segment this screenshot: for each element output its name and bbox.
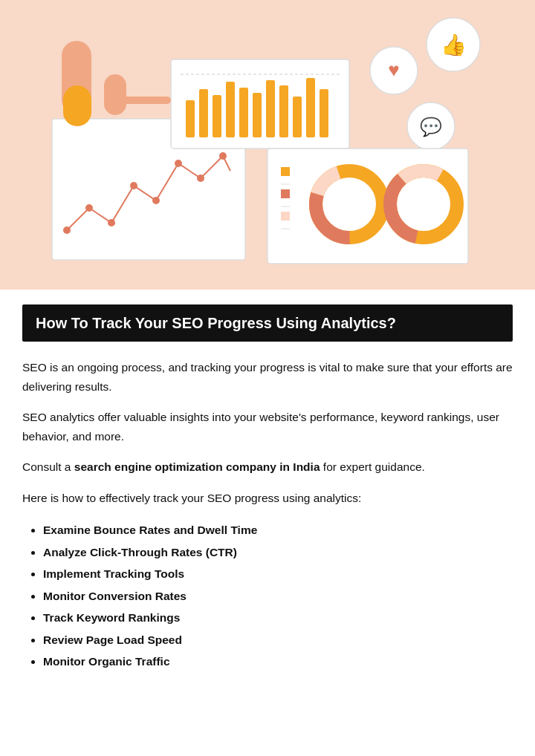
svg-text:♥: ♥ — [388, 59, 399, 81]
svg-point-47 — [401, 182, 446, 227]
title-banner: How To Track Your SEO Progress Using Ana… — [22, 304, 513, 342]
svg-point-2 — [63, 227, 71, 234]
bullet-item-6: Monitor Organic Traffic — [43, 651, 513, 672]
content-area: How To Track Your SEO Progress Using Ana… — [0, 290, 535, 694]
paragraph-4: Here is how to effectively track your SE… — [22, 489, 513, 508]
hero-illustration: ♥ 👍 💬 — [0, 0, 535, 290]
svg-point-7 — [175, 160, 182, 167]
main-title: How To Track Your SEO Progress Using Ana… — [36, 313, 499, 333]
svg-rect-17 — [266, 80, 275, 137]
svg-rect-15 — [239, 88, 248, 137]
bullet-item-1: Analyze Click-Through Rates (CTR) — [43, 541, 513, 563]
svg-point-5 — [130, 182, 137, 189]
bullet-item-0: Examine Bounce Rates and Dwell Time — [43, 519, 513, 541]
svg-rect-26 — [123, 97, 171, 104]
svg-point-9 — [219, 152, 227, 160]
paragraph-2: SEO analytics offer valuable insights in… — [22, 408, 513, 446]
svg-rect-21 — [320, 89, 328, 137]
svg-rect-25 — [104, 74, 126, 115]
svg-rect-12 — [199, 89, 208, 137]
svg-rect-14 — [226, 82, 235, 137]
bullet-list: Examine Bounce Rates and Dwell TimeAnaly… — [22, 519, 513, 672]
svg-text:👍: 👍 — [441, 33, 467, 57]
svg-rect-19 — [293, 97, 302, 137]
svg-rect-20 — [306, 78, 315, 137]
bold-link[interactable]: search engine optimization company in In… — [74, 460, 320, 473]
bullet-item-2: Implement Tracking Tools — [43, 563, 513, 584]
svg-rect-18 — [279, 85, 288, 137]
svg-rect-36 — [281, 189, 290, 198]
svg-rect-38 — [281, 212, 290, 221]
svg-rect-34 — [281, 167, 290, 176]
svg-rect-13 — [213, 95, 221, 137]
svg-point-8 — [197, 175, 204, 182]
svg-text:💬: 💬 — [420, 116, 442, 137]
svg-point-4 — [108, 219, 115, 227]
svg-rect-24 — [63, 85, 91, 126]
svg-point-6 — [152, 197, 160, 204]
paragraph-3: Consult a search engine optimization com… — [22, 457, 513, 477]
bullet-item-4: Track Keyword Rankings — [43, 607, 513, 628]
svg-rect-16 — [253, 93, 262, 137]
paragraph-1: SEO is an ongoing process, and tracking … — [22, 358, 513, 396]
bullet-item-5: Review Page Load Speed — [43, 629, 513, 651]
svg-point-3 — [85, 204, 93, 212]
bullet-item-3: Monitor Conversion Rates — [43, 585, 513, 607]
svg-point-43 — [327, 182, 372, 227]
svg-rect-11 — [186, 100, 195, 137]
